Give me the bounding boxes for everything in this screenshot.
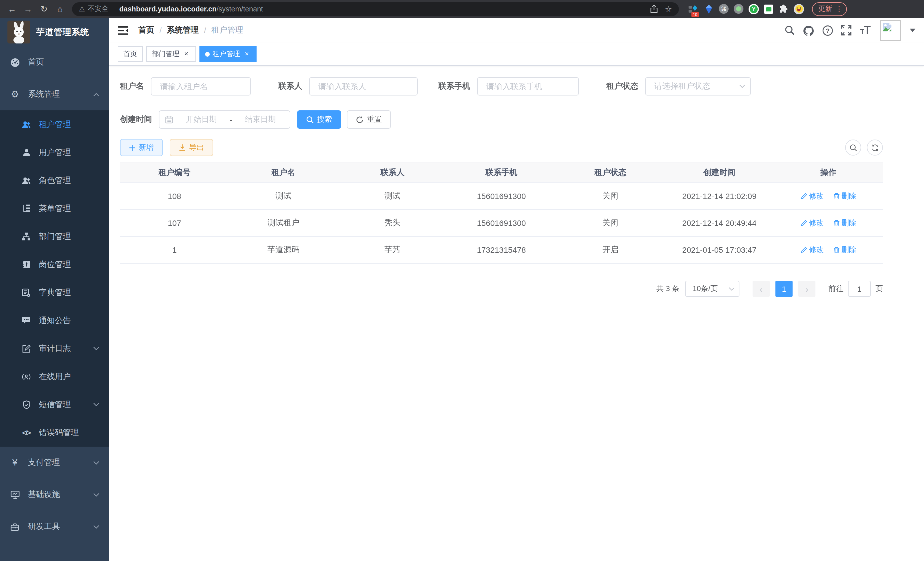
share-icon[interactable] (651, 5, 658, 13)
status-select[interactable]: 请选择租户状态 (645, 77, 751, 96)
tenant-users-icon (22, 120, 31, 129)
sidebar-item-user[interactable]: 用户管理 (0, 138, 109, 166)
sidebar-item-system[interactable]: ⚙ 系统管理 (0, 78, 109, 110)
sidebar-item-label: 租户管理 (39, 119, 100, 129)
extension-chat-icon[interactable] (764, 4, 773, 14)
close-icon[interactable]: × (243, 50, 251, 58)
sidebar-item-notice[interactable]: 通知公告 (0, 307, 109, 335)
extension-y-icon[interactable]: Y (748, 4, 759, 14)
sidebar-item-error-code[interactable]: </> 错误码管理 (0, 419, 109, 447)
extension-blue-diamond-icon[interactable]: 10 (688, 4, 698, 14)
fullscreen-icon[interactable] (839, 23, 854, 38)
cell-actions: 修改 删除 (774, 236, 883, 263)
extension-command-icon[interactable]: ⌘ (719, 4, 729, 14)
page-number-1[interactable]: 1 (776, 281, 793, 297)
system-submenu: 租户管理 用户管理 角色管理 (0, 110, 109, 447)
trash-icon (833, 247, 840, 253)
yen-icon: ¥ (10, 458, 20, 467)
sidebar-item-menu[interactable]: 菜单管理 (0, 194, 109, 223)
search-button[interactable]: 搜索 (297, 110, 341, 129)
sidebar-item-label: 研发工具 (28, 522, 93, 532)
sidebar-item-infra[interactable]: 基础设施 (0, 479, 109, 511)
tab-home[interactable]: 首页 (118, 46, 143, 62)
bookmark-star-icon[interactable]: ☆ (665, 4, 672, 14)
github-icon[interactable] (801, 23, 816, 38)
show-search-toggle-button[interactable] (845, 140, 861, 156)
font-size-icon[interactable] (858, 23, 873, 38)
sidebar-item-sms[interactable]: 短信管理 (0, 391, 109, 419)
tab-dept[interactable]: 部门管理 × (146, 46, 196, 62)
extension-kite-icon[interactable] (704, 4, 714, 14)
col-tenant-id: 租户编号 (120, 162, 229, 183)
sidebar-item-dept[interactable]: 部门管理 (0, 223, 109, 250)
sidebar: 芋道管理系统 首页 ⚙ 系统管理 (0, 18, 109, 561)
goto-page-input[interactable] (848, 281, 871, 297)
extension-record-icon[interactable] (734, 4, 743, 14)
pagination: 共 3 条 10条/页 ‹ 1 › 前往 页 (120, 281, 883, 297)
browser-home-button[interactable]: ⌂ (52, 2, 68, 16)
table-row: 108 测试 测试 15601691300 关闭 2021-12-14 21:0… (120, 183, 883, 210)
help-icon[interactable]: ? (820, 23, 835, 38)
sidebar-item-dict[interactable]: 字典管理 (0, 278, 109, 307)
breadcrumb-system[interactable]: 系统管理 (167, 25, 199, 35)
next-page-button[interactable]: › (798, 281, 815, 297)
sidebar-item-role[interactable]: 角色管理 (0, 166, 109, 194)
cell-created-at: 2021-12-14 20:49:44 (665, 210, 774, 236)
delete-button[interactable]: 删除 (833, 218, 856, 228)
browser-reload-button[interactable]: ↻ (37, 2, 51, 16)
close-icon[interactable]: × (182, 50, 190, 58)
reset-button[interactable]: 重置 (347, 110, 391, 129)
contact-input[interactable] (309, 77, 418, 96)
sidebar-item-label: 用户管理 (39, 147, 100, 158)
avatar-caret-down-icon[interactable] (910, 29, 915, 32)
cell-contact: 秃头 (338, 210, 447, 236)
delete-button[interactable]: 删除 (833, 245, 856, 255)
delete-button[interactable]: 删除 (833, 191, 856, 201)
sidebar-item-payment[interactable]: ¥ 支付管理 (0, 447, 109, 479)
security-warning-label[interactable]: 不安全 (88, 4, 109, 14)
sidebar-logo[interactable]: 芋道管理系统 (0, 18, 109, 46)
start-date-placeholder[interactable]: 开始日期 (178, 114, 225, 125)
refresh-table-button[interactable] (867, 140, 883, 156)
url-host: dashboard.yudao.iocoder.cn (119, 5, 217, 13)
browser-update-button[interactable]: 更新 ⋮ (812, 2, 847, 16)
user-icon (22, 148, 31, 157)
add-button[interactable]: 新增 (120, 139, 163, 156)
sidebar-collapse-icon[interactable] (118, 26, 129, 35)
header-search-icon[interactable] (782, 23, 797, 38)
user-avatar[interactable] (880, 20, 901, 41)
edit-button[interactable]: 修改 (800, 218, 824, 228)
sidebar-item-post[interactable]: 岗位管理 (0, 250, 109, 278)
sidebar-item-online-users[interactable]: 在线用户 (0, 362, 109, 391)
sidebar-item-label: 字典管理 (39, 287, 100, 298)
sidebar-item-tenant[interactable]: 租户管理 (0, 110, 109, 138)
browser-menu-icon[interactable]: ⋮ (836, 5, 843, 13)
edit-button[interactable]: 修改 (800, 191, 824, 201)
cell-tenant-name: 芋道源码 (229, 236, 338, 263)
extensions-puzzle-icon[interactable] (778, 4, 789, 14)
sidebar-item-home[interactable]: 首页 (0, 46, 109, 78)
screen: ← → ↻ ⌂ ⚠ 不安全 dashboard.yudao.iocoder.cn… (0, 0, 924, 561)
browser-profile-avatar[interactable] (794, 4, 804, 14)
sidebar-item-audit-log[interactable]: 审计日志 (0, 335, 109, 362)
mobile-label: 联系手机 (438, 81, 470, 92)
cell-tenant-id: 107 (120, 210, 229, 236)
page-size-select[interactable]: 10条/页 (685, 281, 740, 297)
mobile-input[interactable] (477, 77, 579, 96)
export-button[interactable]: 导出 (170, 139, 213, 156)
date-range-picker[interactable]: 开始日期 - 结束日期 (159, 110, 290, 129)
tenant-name-input[interactable] (151, 77, 251, 96)
cell-tenant-name: 测试租户 (229, 210, 338, 236)
browser-back-button[interactable]: ← (4, 2, 20, 16)
edit-button[interactable]: 修改 (800, 245, 824, 255)
sidebar-item-dev-tools[interactable]: 研发工具 (0, 511, 109, 543)
address-bar[interactable]: ⚠ 不安全 dashboard.yudao.iocoder.cn/system/… (72, 2, 679, 16)
table-row: 107 测试租户 秃头 15601691300 关闭 2021-12-14 20… (120, 210, 883, 236)
browser-forward-button[interactable]: → (21, 2, 35, 16)
end-date-placeholder[interactable]: 结束日期 (237, 114, 284, 125)
tab-tenant[interactable]: 租户管理 × (200, 46, 256, 62)
prev-page-button[interactable]: ‹ (753, 281, 770, 297)
cell-contact: 芋艿 (338, 236, 447, 263)
breadcrumb-home[interactable]: 首页 (138, 25, 154, 35)
tenant-name-label: 租户名 (120, 81, 144, 92)
